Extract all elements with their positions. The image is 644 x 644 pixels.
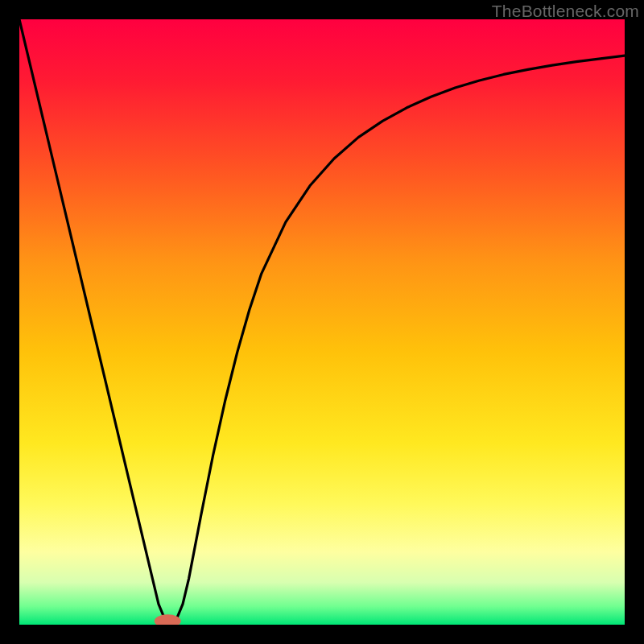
watermark-text: TheBottleneck.com — [492, 2, 639, 21]
chart-frame — [19, 19, 625, 625]
chart-svg — [19, 19, 625, 625]
gradient-background — [19, 19, 625, 625]
